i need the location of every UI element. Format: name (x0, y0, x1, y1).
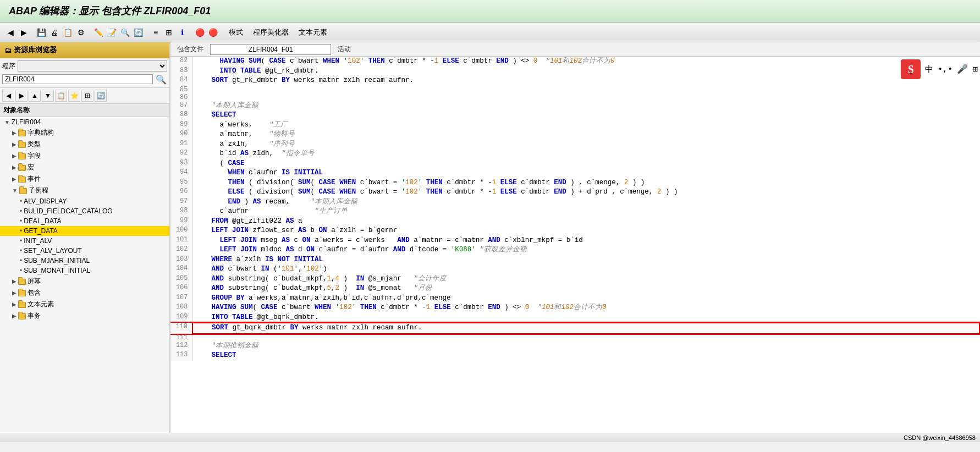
table-row: 101 LEFT JOIN mseg AS c ON a`werks = c`w… (170, 236, 979, 246)
sidebar-item-sub_monat_initial[interactable]: • SUB_MONAT_INITIAL (0, 266, 169, 275)
lang-icon[interactable]: 中 (925, 64, 933, 75)
sidebar-item-alv_display[interactable]: • ALV_DISPLAY (0, 196, 169, 206)
line-code[interactable]: LEFT JOIN zflowt_ser AS b ON a`zxlh = b`… (192, 226, 979, 236)
line-code[interactable]: SORT gt_bqrk_dmbtr BY werks matnr zxlh r… (192, 323, 979, 334)
find-button[interactable]: 🔍 (119, 26, 131, 38)
line-code[interactable]: b`id AS zldh, "指令单号 (192, 149, 979, 159)
sidebar-item-macros[interactable]: ▶宏 (0, 162, 169, 173)
forward-button[interactable]: ▶ (18, 26, 30, 38)
sidebar-item-subroutines[interactable]: ▼子例程 (0, 185, 169, 196)
sidebar-item-build_fieldcat[interactable]: • BULID_FIELDCAT_CATALOG (0, 206, 169, 216)
menu-text[interactable]: 文本元素 (294, 26, 332, 38)
tree-label-set_alv_layout: SET_ALV_LAYOUT (24, 247, 82, 255)
nav-down[interactable]: ▼ (42, 90, 54, 102)
table-row: 98 c`aufnr "生产订单 (170, 207, 979, 217)
line-code[interactable]: a`werks, "工厂 (192, 120, 979, 130)
line-code[interactable]: ( CASE (192, 159, 979, 169)
line-code[interactable]: INTO TABLE @gt_bqrk_dmbtr. (192, 313, 979, 323)
line-code[interactable]: SORT gt_rk_dmbtr BY werks matnr zxlh rec… (192, 76, 979, 86)
edit-button[interactable]: ✏️ (92, 26, 104, 38)
folder-icon-dict (18, 130, 26, 136)
align-button[interactable]: ≡ (150, 26, 162, 38)
line-number: 83 (170, 67, 192, 76)
table-row: 86 (170, 93, 979, 101)
line-code[interactable] (192, 86, 979, 93)
tree-arrow-fields: ▶ (12, 153, 16, 159)
sidebar-item-get_data[interactable]: • GET_DATA (0, 226, 169, 236)
line-number: 93 (170, 159, 192, 169)
line-code[interactable]: "本期推销金额 (192, 341, 979, 351)
menu-beautify[interactable]: 程序美化器 (249, 26, 293, 38)
red-icon1[interactable]: 🔴 (194, 26, 206, 38)
line-code[interactable]: AND substring( c`budat_mkpf,5,2 ) IN @s_… (192, 284, 979, 294)
program-search-button[interactable]: 🔍 (155, 73, 167, 85)
nav-refresh[interactable]: 🔄 (95, 90, 107, 102)
sidebar-item-types[interactable]: ▶类型 (0, 139, 169, 150)
sidebar-item-text_elements[interactable]: ▶文本元素 (0, 299, 169, 310)
grid-icon[interactable]: ⊞ (972, 64, 978, 75)
menu-mode[interactable]: 模式 (224, 26, 247, 38)
program-dropdown[interactable] (18, 60, 167, 71)
line-code[interactable]: END ) AS recam, "本期入库金额 (192, 197, 979, 207)
sidebar-item-sub_mjahr_initial[interactable]: • SUB_MJAHR_INITIAL (0, 256, 169, 266)
red-icon2[interactable]: 🔴 (207, 26, 219, 38)
line-code[interactable]: SELECT (192, 111, 979, 120)
sidebar-item-includes[interactable]: ▶包含 (0, 287, 169, 299)
line-code[interactable]: THEN ( division( SUM( CASE WHEN c`bwart … (192, 178, 979, 188)
item-bullet-set_alv_layout: • (20, 247, 22, 255)
replace-button[interactable]: 🔄 (132, 26, 144, 38)
nav-forward[interactable]: ▶ (15, 90, 27, 102)
print-button[interactable]: 🖨 (48, 26, 60, 38)
sidebar-item-root[interactable]: ▼ZLFIR004 (0, 117, 169, 127)
line-code[interactable]: ELSE ( division( SUM( CASE WHEN c`bwart … (192, 188, 979, 197)
logo-s: S (901, 59, 921, 79)
line-code[interactable] (192, 93, 979, 101)
nav-expand[interactable]: ⊞ (81, 90, 93, 102)
table-row: 85 (170, 86, 979, 93)
nav-bookmark[interactable]: ⭐ (68, 90, 80, 102)
tree-label-types: 类型 (27, 140, 41, 149)
format-button[interactable]: ⊞ (163, 26, 175, 38)
sidebar-item-init_alv[interactable]: • INIT_ALV (0, 236, 169, 246)
line-code[interactable]: WHERE a`zxlh IS NOT INITIAL (192, 255, 979, 265)
sidebar-item-screen[interactable]: ▶屏幕 (0, 275, 169, 287)
line-code[interactable]: HAVING SUM( CASE c`bwart WHEN '102' THEN… (192, 57, 979, 67)
save-button[interactable]: 💾 (35, 26, 47, 38)
dot-icon[interactable]: •,• (938, 65, 953, 74)
paste-button[interactable]: 📝 (106, 26, 118, 38)
copy-button[interactable]: 📋 (62, 26, 74, 38)
line-code[interactable]: "本期入库金额 (192, 101, 979, 111)
tree-label-root: ZLFIR004 (12, 118, 41, 126)
program-input[interactable] (2, 74, 153, 84)
line-code[interactable]: WHEN c`aufnr IS INITIAL (192, 168, 979, 178)
nav-up[interactable]: ▲ (29, 90, 41, 102)
line-code[interactable]: a`zxlh, "序列号 (192, 140, 979, 150)
line-code[interactable]: AND substring( c`budat_mkpf,1,4 ) IN @s_… (192, 274, 979, 284)
nav-back[interactable]: ◀ (2, 90, 14, 102)
mic-icon[interactable]: 🎤 (957, 64, 968, 75)
line-code[interactable]: a`matnr, "物料号 (192, 130, 979, 140)
program-label: 程序 (2, 62, 15, 71)
sidebar-item-transactions[interactable]: ▶事务 (0, 310, 169, 322)
line-code[interactable]: HAVING SUM( CASE c`bwart WHEN '102' THEN… (192, 303, 979, 313)
line-code[interactable] (192, 334, 979, 341)
sidebar-item-events[interactable]: ▶事件 (0, 173, 169, 185)
sidebar-item-deal_data[interactable]: • DEAL_DATA (0, 216, 169, 226)
nav-copy[interactable]: 📋 (55, 90, 67, 102)
file-input[interactable] (210, 44, 331, 55)
line-code[interactable]: INTO TABLE @gt_rk_dmbtr. (192, 67, 979, 76)
sidebar-item-fields[interactable]: ▶字段 (0, 150, 169, 162)
line-number: 94 (170, 168, 192, 178)
line-code[interactable]: LEFT JOIN mldoc AS d ON c`aufnr = d`aufn… (192, 245, 979, 255)
settings-icon[interactable]: ⚙ (75, 26, 87, 38)
line-code[interactable]: c`aufnr "生产订单 (192, 207, 979, 217)
sidebar-item-dict[interactable]: ▶字典结构 (0, 127, 169, 139)
line-code[interactable]: LEFT JOIN mseg AS c ON a`werks = c`werks… (192, 236, 979, 246)
info-button[interactable]: ℹ (176, 26, 188, 38)
line-code[interactable]: AND c`bwart IN ('101','102') (192, 264, 979, 274)
back-button[interactable]: ◀ (4, 26, 16, 38)
line-code[interactable]: GROUP BY a`werks,a`matnr,a`zxlh,b`id,c`a… (192, 294, 979, 304)
line-code[interactable]: FROM @gt_zlfit022 AS a (192, 217, 979, 227)
sidebar-item-set_alv_layout[interactable]: • SET_ALV_LAYOUT (0, 246, 169, 256)
line-code[interactable]: SELECT (192, 351, 979, 361)
